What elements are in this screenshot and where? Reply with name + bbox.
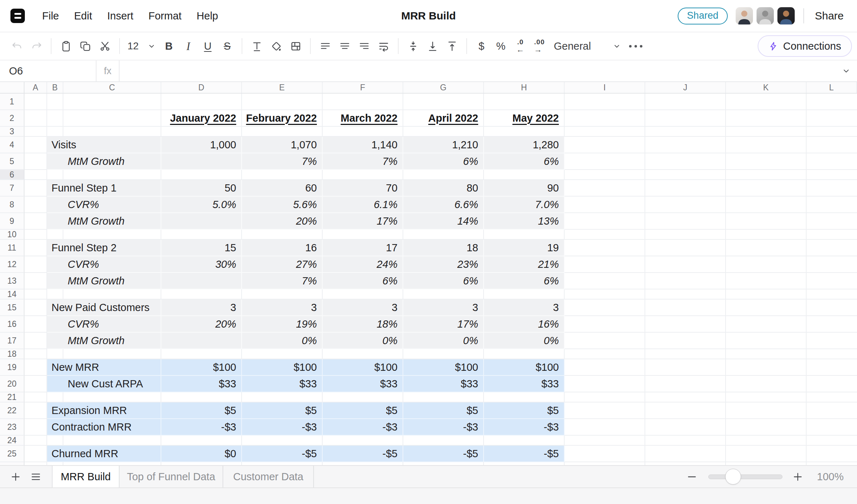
- cell-D16[interactable]: 20%: [161, 316, 242, 333]
- cell-F18[interactable]: [323, 349, 403, 359]
- cell-K3[interactable]: [726, 127, 807, 137]
- cell-L2[interactable]: [807, 110, 857, 127]
- cell-I18[interactable]: [565, 349, 645, 359]
- row-header-23[interactable]: 23: [0, 419, 24, 436]
- cell-L12[interactable]: [807, 256, 857, 273]
- cell-J2[interactable]: [645, 110, 726, 127]
- cell-L26[interactable]: [807, 462, 857, 465]
- cell-F12[interactable]: 24%: [323, 256, 403, 273]
- undo-button[interactable]: [7, 36, 27, 57]
- cell-K24[interactable]: [726, 436, 807, 446]
- cell-A18[interactable]: [24, 349, 47, 359]
- cell-C3[interactable]: [63, 127, 161, 137]
- cell-K1[interactable]: [726, 94, 807, 110]
- cell-E6[interactable]: [242, 170, 323, 180]
- cut-button[interactable]: [95, 36, 115, 57]
- cell-F10[interactable]: [323, 230, 403, 240]
- cell-K21[interactable]: [726, 392, 807, 402]
- cell-K23[interactable]: [726, 419, 807, 436]
- cell-A9[interactable]: [24, 213, 47, 230]
- cell-J11[interactable]: [645, 240, 726, 256]
- cell-F4[interactable]: 1,140: [323, 137, 403, 153]
- row-header-25[interactable]: 25: [0, 446, 24, 462]
- cell-J15[interactable]: [645, 300, 726, 316]
- cell-D9[interactable]: [161, 213, 242, 230]
- cell-D25[interactable]: $0: [161, 446, 242, 462]
- cell-reference-box[interactable]: O6: [0, 60, 97, 81]
- cell-L15[interactable]: [807, 300, 857, 316]
- cell-J17[interactable]: [645, 333, 726, 349]
- borders-button[interactable]: [286, 36, 305, 57]
- text-color-button[interactable]: [247, 36, 266, 57]
- fill-color-button[interactable]: [266, 36, 286, 57]
- cell-A26[interactable]: [24, 462, 47, 465]
- cell-A12[interactable]: [24, 256, 47, 273]
- menu-edit[interactable]: Edit: [74, 10, 92, 22]
- cell-B16[interactable]: CVR%: [47, 316, 161, 333]
- cell-I16[interactable]: [565, 316, 645, 333]
- cell-H23[interactable]: -$3: [484, 419, 565, 436]
- cell-D24[interactable]: [161, 436, 242, 446]
- cell-D4[interactable]: 1,000: [161, 137, 242, 153]
- cell-F2[interactable]: March 2022: [323, 110, 403, 127]
- col-header-I[interactable]: I: [565, 82, 645, 93]
- cell-F21[interactable]: [323, 392, 403, 402]
- cell-E20[interactable]: $33: [242, 376, 323, 392]
- cell-C26[interactable]: [63, 462, 161, 465]
- cell-B11[interactable]: Funnel Step 2: [47, 240, 161, 256]
- cell-I10[interactable]: [565, 230, 645, 240]
- cell-B21[interactable]: [47, 392, 63, 402]
- paste-button[interactable]: [56, 36, 76, 57]
- row-header-17[interactable]: 17: [0, 333, 24, 349]
- cell-B2[interactable]: [47, 110, 63, 127]
- cell-F3[interactable]: [323, 127, 403, 137]
- cell-F14[interactable]: [323, 289, 403, 300]
- cell-G2[interactable]: April 2022: [403, 110, 484, 127]
- cell-J19[interactable]: [645, 359, 726, 376]
- menu-help[interactable]: Help: [197, 10, 218, 22]
- vertical-align-bottom-button[interactable]: [423, 36, 442, 57]
- collaborator-avatar[interactable]: [736, 7, 753, 24]
- cell-B3[interactable]: [47, 127, 63, 137]
- cell-K16[interactable]: [726, 316, 807, 333]
- row-header-24[interactable]: 24: [0, 436, 24, 446]
- cell-E7[interactable]: 60: [242, 180, 323, 197]
- cell-K9[interactable]: [726, 213, 807, 230]
- cell-H12[interactable]: 21%: [484, 256, 565, 273]
- cell-E23[interactable]: -$3: [242, 419, 323, 436]
- cell-B22[interactable]: Expansion MRR: [47, 402, 161, 419]
- cell-I3[interactable]: [565, 127, 645, 137]
- cell-K19[interactable]: [726, 359, 807, 376]
- cell-E25[interactable]: -$5: [242, 446, 323, 462]
- cell-G5[interactable]: 6%: [403, 153, 484, 170]
- col-header-F[interactable]: F: [323, 82, 403, 93]
- cell-L14[interactable]: [807, 289, 857, 300]
- cell-A20[interactable]: [24, 376, 47, 392]
- cell-J25[interactable]: [645, 446, 726, 462]
- cell-I9[interactable]: [565, 213, 645, 230]
- cell-L9[interactable]: [807, 213, 857, 230]
- cell-D2[interactable]: January 2022: [161, 110, 242, 127]
- cell-G4[interactable]: 1,210: [403, 137, 484, 153]
- cell-F16[interactable]: 18%: [323, 316, 403, 333]
- row-header-15[interactable]: 15: [0, 300, 24, 316]
- app-logo-icon[interactable]: [10, 9, 25, 23]
- cell-J4[interactable]: [645, 137, 726, 153]
- cell-I21[interactable]: [565, 392, 645, 402]
- increase-decimal-button[interactable]: .00→: [530, 36, 549, 57]
- cell-H8[interactable]: 7.0%: [484, 197, 565, 213]
- cell-G6[interactable]: [403, 170, 484, 180]
- row-header-9[interactable]: 9: [0, 213, 24, 230]
- cell-J9[interactable]: [645, 213, 726, 230]
- formula-bar-expand-button[interactable]: [835, 66, 857, 76]
- cell-L25[interactable]: [807, 446, 857, 462]
- cell-J13[interactable]: [645, 273, 726, 289]
- row-header-6[interactable]: 6: [0, 170, 24, 180]
- collaborator-avatar[interactable]: [777, 7, 795, 24]
- cell-H3[interactable]: [484, 127, 565, 137]
- row-header-19[interactable]: 19: [0, 359, 24, 376]
- cell-F13[interactable]: 6%: [323, 273, 403, 289]
- cell-J6[interactable]: [645, 170, 726, 180]
- cell-J24[interactable]: [645, 436, 726, 446]
- shared-badge[interactable]: Shared: [678, 8, 728, 24]
